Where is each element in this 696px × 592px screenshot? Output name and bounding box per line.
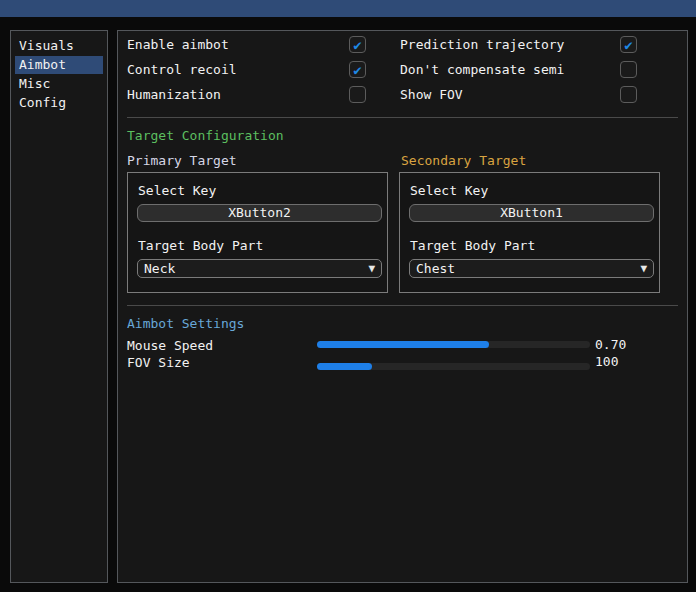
title-bar bbox=[0, 0, 696, 17]
humanization-label: Humanization bbox=[127, 87, 221, 103]
primary-target-title: Primary Target bbox=[127, 153, 237, 168]
aimbot-settings-title: Aimbot Settings bbox=[127, 316, 244, 331]
sidebar-item-misc[interactable]: Misc bbox=[15, 75, 103, 93]
primary-target-box: Select Key XButton2 Target Body Part Nec… bbox=[127, 172, 388, 293]
humanization-checkbox[interactable]: ✔ bbox=[349, 86, 366, 103]
sidebar-item-config[interactable]: Config bbox=[15, 94, 103, 112]
sidebar-item-aimbot[interactable]: Aimbot bbox=[15, 56, 103, 74]
fov-size-slider[interactable] bbox=[317, 363, 590, 370]
dont-compensate-semi-label: Don't compensate semi bbox=[400, 62, 564, 78]
chevron-down-icon: ▼ bbox=[368, 263, 375, 274]
prediction-trajectory-label: Prediction trajectory bbox=[400, 37, 564, 53]
sidebar: Visuals Aimbot Misc Config bbox=[10, 30, 108, 583]
secondary-target-box: Select Key XButton1 Target Body Part Che… bbox=[399, 172, 660, 293]
secondary-body-part-value: Chest bbox=[416, 261, 455, 276]
dont-compensate-semi-checkbox[interactable]: ✔ bbox=[620, 61, 637, 78]
secondary-key-button[interactable]: XButton1 bbox=[409, 204, 654, 222]
control-recoil-label: Control recoil bbox=[127, 62, 237, 78]
primary-select-key-label: Select Key bbox=[138, 183, 216, 199]
primary-key-button[interactable]: XButton2 bbox=[137, 204, 382, 222]
control-recoil-checkbox[interactable]: ✔ bbox=[349, 61, 366, 78]
check-icon: ✔ bbox=[353, 62, 361, 76]
show-fov-label: Show FOV bbox=[400, 87, 463, 103]
secondary-target-title: Secondary Target bbox=[401, 153, 526, 168]
mouse-speed-slider-fill bbox=[317, 341, 489, 348]
enable-aimbot-label: Enable aimbot bbox=[127, 37, 229, 53]
enable-aimbot-checkbox[interactable]: ✔ bbox=[349, 36, 366, 53]
primary-body-part-value: Neck bbox=[144, 261, 175, 276]
check-icon: ✔ bbox=[624, 37, 632, 51]
divider bbox=[127, 305, 678, 306]
prediction-trajectory-checkbox[interactable]: ✔ bbox=[620, 36, 637, 53]
main-panel bbox=[117, 30, 688, 583]
chevron-down-icon: ▼ bbox=[640, 263, 647, 274]
divider bbox=[127, 117, 678, 118]
mouse-speed-value: 0.70 bbox=[595, 338, 626, 352]
check-icon: ✔ bbox=[353, 37, 361, 51]
show-fov-checkbox[interactable]: ✔ bbox=[620, 86, 637, 103]
secondary-body-part-label: Target Body Part bbox=[410, 238, 535, 254]
secondary-body-part-dropdown[interactable]: Chest ▼ bbox=[409, 259, 654, 278]
primary-body-part-label: Target Body Part bbox=[138, 238, 263, 254]
fov-size-slider-fill bbox=[317, 363, 372, 370]
fov-size-value: 100 bbox=[595, 355, 618, 369]
sidebar-item-visuals[interactable]: Visuals bbox=[15, 37, 103, 55]
target-configuration-title: Target Configuration bbox=[127, 128, 284, 143]
mouse-speed-label: Mouse Speed bbox=[127, 338, 213, 354]
fov-size-label: FOV Size bbox=[127, 355, 190, 371]
primary-body-part-dropdown[interactable]: Neck ▼ bbox=[137, 259, 382, 278]
mouse-speed-slider[interactable] bbox=[317, 341, 590, 348]
secondary-select-key-label: Select Key bbox=[410, 183, 488, 199]
